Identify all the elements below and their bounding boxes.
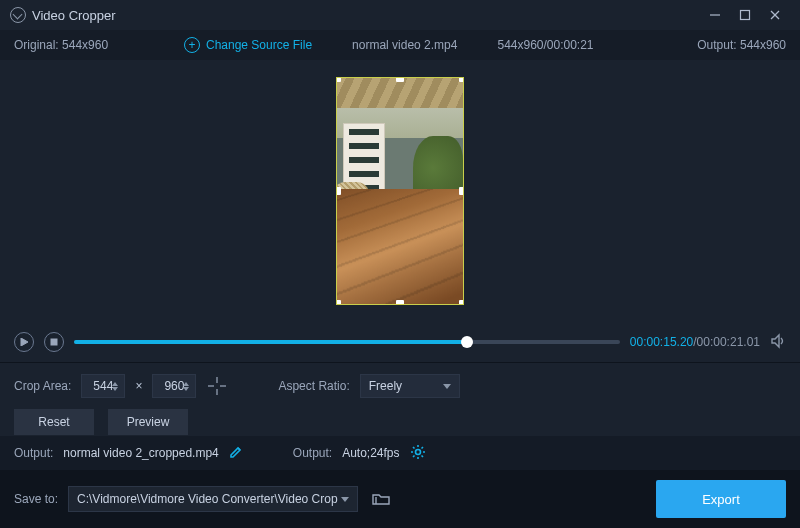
crop-handle-top[interactable] — [396, 77, 404, 82]
save-path-value: C:\Vidmore\Vidmore Video Converter\Video… — [77, 492, 338, 506]
aspect-ratio-value: Freely — [369, 379, 402, 393]
maximize-button[interactable] — [730, 0, 760, 30]
height-step-up[interactable] — [183, 382, 189, 386]
output-dim-value: 544x960 — [740, 38, 786, 52]
output-dimensions: Output: 544x960 — [656, 38, 786, 52]
crop-handle-left[interactable] — [336, 187, 341, 195]
playback-bar: 00:00:15.20/00:00:21.01 — [0, 322, 800, 362]
crop-handle-top-right[interactable] — [459, 77, 464, 82]
times-label: × — [135, 379, 142, 393]
preview-button[interactable]: Preview — [108, 409, 188, 435]
preview-area — [0, 60, 800, 322]
crop-height-input[interactable]: 960 — [152, 374, 196, 398]
reset-button[interactable]: Reset — [14, 409, 94, 435]
change-source-button[interactable]: + Change Source File — [184, 37, 312, 53]
titlebar: Video Cropper — [0, 0, 800, 30]
reset-label: Reset — [38, 415, 69, 429]
output-filename: normal video 2_cropped.mp4 — [63, 446, 218, 460]
save-to-label: Save to: — [14, 492, 58, 506]
source-dims-duration: 544x960/00:00:21 — [497, 38, 593, 52]
info-strip: Original: 544x960 + Change Source File n… — [0, 30, 800, 60]
app-icon — [10, 7, 26, 23]
aspect-ratio-select[interactable]: Freely — [360, 374, 460, 398]
stop-button[interactable] — [44, 332, 64, 352]
width-step-down[interactable] — [112, 387, 118, 391]
crop-height-value: 960 — [164, 379, 184, 393]
svg-line-11 — [238, 448, 240, 450]
output-format-value: Auto;24fps — [342, 446, 399, 460]
output-dim-label: Output: — [697, 38, 736, 52]
output-file-label: Output: — [14, 446, 53, 460]
volume-button[interactable] — [770, 333, 786, 352]
svg-rect-1 — [741, 11, 750, 20]
chevron-down-icon — [443, 384, 451, 389]
open-folder-button[interactable] — [368, 486, 394, 512]
change-source-label: Change Source File — [206, 38, 312, 52]
center-crop-button[interactable] — [206, 375, 228, 397]
svg-point-12 — [415, 449, 420, 454]
save-path-select[interactable]: C:\Vidmore\Vidmore Video Converter\Video… — [68, 486, 358, 512]
play-button[interactable] — [14, 332, 34, 352]
close-button[interactable] — [760, 0, 790, 30]
crop-box[interactable] — [336, 77, 464, 305]
source-filename: normal video 2.mp4 — [352, 38, 457, 52]
crop-handle-bottom-left[interactable] — [336, 300, 341, 305]
app-title: Video Cropper — [32, 8, 116, 23]
original-value: 544x960 — [62, 38, 108, 52]
output-format-label: Output: — [293, 446, 332, 460]
chevron-down-icon — [341, 497, 349, 502]
height-step-down[interactable] — [183, 387, 189, 391]
controls-panel: Crop Area: 544 × 960 Aspect Ratio: Freel… — [0, 362, 800, 436]
time-display: 00:00:15.20/00:00:21.01 — [630, 335, 760, 349]
aspect-ratio-label: Aspect Ratio: — [278, 379, 349, 393]
output-bar: Output: normal video 2_cropped.mp4 Outpu… — [0, 436, 800, 470]
width-step-up[interactable] — [112, 382, 118, 386]
timeline-thumb[interactable] — [461, 336, 473, 348]
crop-handle-bottom-right[interactable] — [459, 300, 464, 305]
original-label: Original: — [14, 38, 59, 52]
crop-width-value: 544 — [93, 379, 113, 393]
crop-width-input[interactable]: 544 — [81, 374, 125, 398]
timeline-slider[interactable] — [74, 340, 620, 344]
save-bar: Save to: C:\Vidmore\Vidmore Video Conver… — [0, 470, 800, 528]
time-current: 00:00:15.20 — [630, 335, 693, 349]
crop-area-label: Crop Area: — [14, 379, 71, 393]
plus-icon: + — [184, 37, 200, 53]
output-settings-button[interactable] — [410, 444, 426, 463]
time-total: 00:00:21.01 — [697, 335, 760, 349]
crop-handle-bottom[interactable] — [396, 300, 404, 305]
crop-handle-top-left[interactable] — [336, 77, 341, 82]
svg-marker-4 — [21, 338, 28, 346]
original-dimensions: Original: 544x960 — [14, 38, 174, 52]
rename-button[interactable] — [229, 445, 243, 462]
export-button[interactable]: Export — [656, 480, 786, 518]
svg-marker-6 — [772, 335, 779, 347]
crop-handle-right[interactable] — [459, 187, 464, 195]
preview-label: Preview — [127, 415, 170, 429]
export-label: Export — [702, 492, 740, 507]
minimize-button[interactable] — [700, 0, 730, 30]
svg-rect-5 — [51, 339, 57, 345]
